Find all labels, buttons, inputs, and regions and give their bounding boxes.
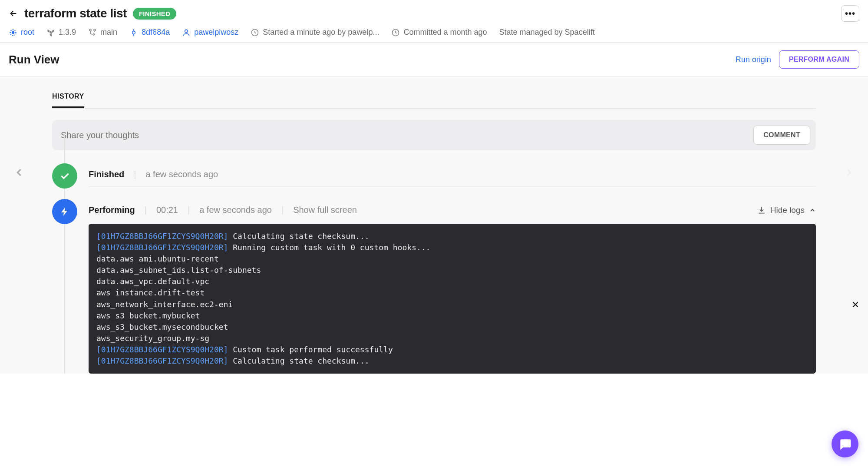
comment-button[interactable]: COMMENT xyxy=(753,126,810,145)
state-managed-label: State managed by Spacelift xyxy=(499,28,595,37)
branch-icon xyxy=(88,28,97,37)
hide-logs-label: Hide logs xyxy=(770,205,805,215)
svg-point-5 xyxy=(185,30,188,33)
svg-point-2 xyxy=(89,29,91,31)
commit-label: 8df684a xyxy=(142,28,170,37)
svg-point-4 xyxy=(132,31,135,34)
commit-link[interactable]: 8df684a xyxy=(129,28,170,37)
back-arrow[interactable] xyxy=(9,9,18,18)
hide-logs-toggle[interactable]: Hide logs xyxy=(757,205,816,215)
download-icon xyxy=(757,206,766,215)
clock-icon xyxy=(391,28,400,37)
step-finished: Finished | a few seconds ago xyxy=(52,163,816,189)
user-link[interactable]: pawelpiwosz xyxy=(182,28,238,37)
lightning-icon xyxy=(52,199,77,224)
chevron-up-icon xyxy=(809,207,816,214)
branch: main xyxy=(88,28,117,37)
step-finished-title: Finished xyxy=(89,169,124,179)
perform-again-button[interactable]: PERFORM AGAIN xyxy=(779,50,859,69)
terraform-icon xyxy=(46,28,55,37)
status-badge: FINISHED xyxy=(133,8,176,20)
tab-history[interactable]: HISTORY xyxy=(52,93,84,108)
run-origin-link[interactable]: Run origin xyxy=(736,55,771,64)
commit-icon xyxy=(129,28,138,37)
committed-label: Committed a month ago xyxy=(403,28,487,37)
step-performing-title: Performing xyxy=(89,205,135,215)
svg-point-0 xyxy=(12,31,14,33)
step-finished-time: a few seconds ago xyxy=(145,169,218,179)
comment-box: COMMENT xyxy=(52,120,816,150)
started-label: Started a minute ago by pawelp... xyxy=(263,28,379,37)
terraform-version: 1.3.9 xyxy=(46,28,76,37)
svg-point-3 xyxy=(94,29,96,31)
committed-time: Committed a month ago xyxy=(391,28,487,37)
run-view-title: Run View xyxy=(9,53,59,66)
started-time: Started a minute ago by pawelp... xyxy=(251,28,379,37)
step-performing-time: a few seconds ago xyxy=(199,205,272,215)
comment-input[interactable] xyxy=(61,130,753,140)
next-chevron[interactable] xyxy=(843,164,855,181)
log-output: [01H7GZ8BBJ66GF1ZCYS9Q0H20R] Calculating… xyxy=(89,224,816,374)
more-menu-button[interactable]: ••• xyxy=(841,5,859,22)
user-label: pawelpiwosz xyxy=(194,28,238,37)
prev-chevron[interactable] xyxy=(13,164,25,181)
page-title: terraform state list xyxy=(24,7,127,20)
step-performing: Performing | 00:21 | a few seconds ago |… xyxy=(52,199,816,374)
show-fullscreen-link[interactable]: Show full screen xyxy=(293,205,357,215)
user-icon xyxy=(182,28,191,37)
state-managed: State managed by Spacelift xyxy=(499,28,595,37)
step-performing-duration: 00:21 xyxy=(156,205,178,215)
target-icon xyxy=(9,28,17,37)
root-label: root xyxy=(21,28,34,37)
branch-label: main xyxy=(100,28,117,37)
clock-icon xyxy=(251,28,259,37)
close-icon[interactable] xyxy=(851,300,860,309)
check-icon xyxy=(52,163,77,189)
terraform-version-label: 1.3.9 xyxy=(59,28,76,37)
root-link[interactable]: root xyxy=(9,28,34,37)
